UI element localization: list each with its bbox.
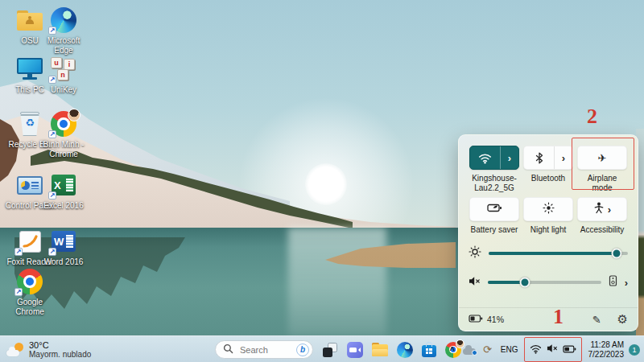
volume-slider-thumb[interactable] xyxy=(520,278,530,288)
accessibility-tile[interactable]: › xyxy=(577,197,627,221)
desktop-icon-excel[interactable]: X ↗ Excel 2016 xyxy=(38,172,89,211)
bluetooth-tile[interactable]: › xyxy=(523,146,573,170)
quick-settings-footer: 41% ✎ ⚙ xyxy=(459,307,638,331)
desktop-icon-chrome-profile[interactable]: ↗ Bình Minh - Chrome xyxy=(38,111,89,159)
search-box[interactable]: b xyxy=(215,340,313,359)
clock[interactable]: 11:28 AM 7/22/2023 xyxy=(588,340,625,360)
bing-icon: b xyxy=(296,343,309,356)
unikey-icon: u i n ↗ xyxy=(50,56,77,82)
volume-muted-icon[interactable] xyxy=(469,275,481,290)
battery-icon xyxy=(469,312,483,327)
audio-output-icon[interactable] xyxy=(609,275,617,290)
brightness-slider-thumb[interactable] xyxy=(612,249,622,259)
battery-saver-label: Battery saver xyxy=(469,221,519,237)
search-icon xyxy=(223,343,233,357)
wifi-icon xyxy=(470,146,500,169)
desktop-icon-label: Excel 2016 xyxy=(43,201,83,211)
edge-taskbar-button[interactable] xyxy=(397,342,413,358)
accessibility-chevron: › xyxy=(608,204,611,215)
wifi-expand-chevron[interactable]: › xyxy=(501,146,518,169)
shortcut-arrow-icon: ↗ xyxy=(48,248,56,256)
desktop-icon-label: UniKey xyxy=(51,85,76,95)
desktop-icon-label: Bình Minh - Chrome xyxy=(38,140,89,159)
shortcut-arrow-icon: ↗ xyxy=(14,248,23,256)
word-icon: W ↗ xyxy=(50,228,77,254)
shortcut-arrow-icon: ↗ xyxy=(48,76,56,84)
desktop-icon-label: Word 2016 xyxy=(44,257,84,267)
windows-desktop: OSU ↗ Microsoft Edge This PC u i n ↗ Uni… xyxy=(0,0,644,362)
volume-row: › xyxy=(469,272,628,293)
wifi-tile[interactable]: › xyxy=(469,146,519,170)
notification-badge[interactable]: 1 xyxy=(629,344,640,356)
date: 7/22/2023 xyxy=(588,350,625,360)
chrome-icon: ↗ xyxy=(16,269,43,294)
wifi-tray-icon xyxy=(530,343,542,357)
chat-button[interactable] xyxy=(347,342,363,358)
desktop-icon-label: Microsoft Edge xyxy=(38,36,89,56)
desktop-icon-google-chrome[interactable]: ↗ Google Chrome xyxy=(4,269,56,317)
weather-widget[interactable]: 30°C Mayorm. nublado xyxy=(6,336,91,362)
weather-condition: Mayorm. nublado xyxy=(29,350,91,360)
search-input[interactable] xyxy=(238,344,291,356)
task-view-button[interactable] xyxy=(322,342,338,358)
onedrive-icon[interactable] xyxy=(463,345,477,355)
volume-muted-tray-icon xyxy=(547,343,558,357)
bluetooth-expand-chevron[interactable]: › xyxy=(555,146,572,169)
edge-icon: ↗ xyxy=(50,7,77,33)
time: 11:28 AM xyxy=(588,340,625,350)
annotation-box-airplane-mode xyxy=(572,138,634,190)
desktop-icon-label: OSU xyxy=(21,36,39,46)
shortcut-arrow-icon: ↗ xyxy=(48,27,56,35)
accessibility-label: Accessibility xyxy=(577,221,627,237)
battery-saver-icon xyxy=(487,202,502,216)
sun-reflection xyxy=(288,228,386,336)
shortcut-arrow-icon: ↗ xyxy=(14,288,23,296)
night-light-label: Night light xyxy=(523,221,573,237)
weather-icon xyxy=(6,342,24,358)
file-explorer-button[interactable] xyxy=(372,343,388,356)
language-indicator[interactable]: ENG xyxy=(501,345,518,354)
wifi-label: Kingshouse-Lau2.2_5G xyxy=(469,170,519,197)
brightness-icon xyxy=(469,245,481,261)
desktop-icon-unikey[interactable]: u i n ↗ UniKey xyxy=(38,56,89,95)
shortcut-arrow-icon: ↗ xyxy=(48,191,56,200)
edit-quick-settings-button[interactable]: ✎ xyxy=(592,314,601,326)
excel-icon: X ↗ xyxy=(50,172,77,198)
battery-tray-icon xyxy=(563,343,576,357)
battery-percent: 41% xyxy=(487,315,504,324)
desktop-icon-microsoft-edge[interactable]: ↗ Microsoft Edge xyxy=(38,7,89,56)
user-avatar xyxy=(68,109,80,121)
network-volume-battery-group[interactable] xyxy=(524,337,582,362)
battery-saver-tile[interactable] xyxy=(469,197,519,221)
hidden-icons-chevron[interactable]: ^ xyxy=(449,345,454,355)
annotation-step2: 2 xyxy=(587,105,597,129)
volume-output-chevron[interactable]: › xyxy=(625,278,628,288)
chrome-profile-icon: ↗ xyxy=(50,111,77,137)
desktop-icon-label: Google Chrome xyxy=(4,298,56,317)
bluetooth-icon xyxy=(524,146,554,169)
settings-button[interactable]: ⚙ xyxy=(617,312,628,327)
annotation-step1: 1 xyxy=(553,305,564,329)
sun xyxy=(305,163,347,205)
desktop-icon-word[interactable]: W ↗ Word 2016 xyxy=(38,228,89,267)
brightness-slider[interactable] xyxy=(489,252,628,255)
sync-icon[interactable]: ⟳ xyxy=(483,343,492,356)
taskbar: 30°C Mayorm. nublado b xyxy=(0,335,644,362)
night-light-icon xyxy=(543,202,555,217)
bluetooth-label: Bluetooth xyxy=(523,170,573,197)
accessibility-icon xyxy=(593,202,605,217)
weather-temperature: 30°C xyxy=(29,340,91,350)
system-tray: ^ ⟳ ENG 11:28 AM 7/22/2023 1 xyxy=(444,336,642,362)
volume-slider[interactable] xyxy=(488,281,601,284)
start-button[interactable] xyxy=(190,342,206,358)
night-light-tile[interactable] xyxy=(523,197,573,221)
shortcut-arrow-icon: ↗ xyxy=(48,130,56,138)
brightness-row xyxy=(469,243,628,264)
microsoft-store-button[interactable] xyxy=(422,345,436,357)
